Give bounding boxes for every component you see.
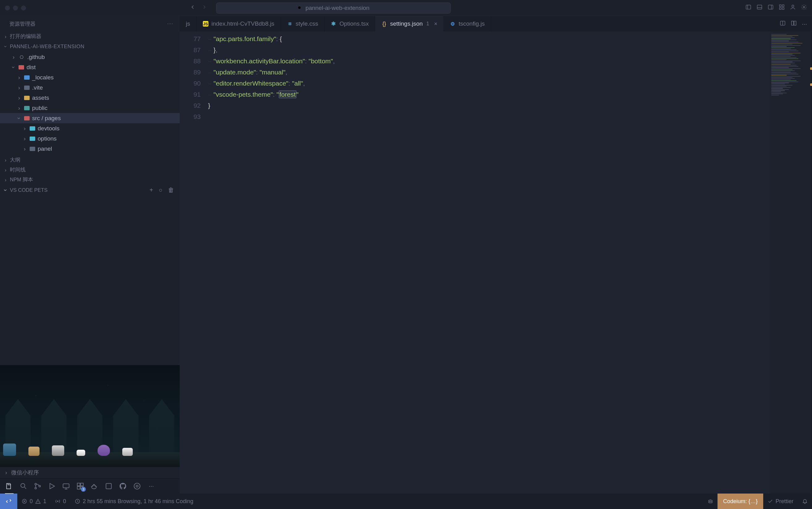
folder-options-icon xyxy=(30,137,35,141)
status-copilot[interactable] xyxy=(703,494,717,509)
tree-item-github[interactable]: ›⎔.github xyxy=(0,52,180,62)
tab-settings-json[interactable]: {}settings.json1× xyxy=(375,16,444,32)
pet-sprite[interactable] xyxy=(122,448,133,456)
gear-icon[interactable] xyxy=(801,4,807,12)
search-icon xyxy=(297,6,302,10)
code-token: "all" xyxy=(292,80,303,87)
pet-sprite[interactable] xyxy=(52,445,64,456)
chevron-down-icon: › xyxy=(3,44,9,49)
chevron-right-icon: › xyxy=(4,470,9,476)
tree-label: assets xyxy=(32,95,49,101)
tree-item-assets[interactable]: ›assets xyxy=(0,93,180,103)
account-icon[interactable] xyxy=(790,4,796,12)
pet-sprite[interactable] xyxy=(98,445,110,456)
sidebar-more-icon[interactable]: ··· xyxy=(167,21,174,27)
tree-item-public[interactable]: ›public xyxy=(0,103,180,113)
activity-docker[interactable] xyxy=(88,480,101,492)
tree-item-devtools[interactable]: ›devtools xyxy=(0,123,180,133)
code-area[interactable]: ·· "apc.parts.font.family":·{ ·· }, ·· "… xyxy=(206,32,769,494)
status-errors: 0 xyxy=(30,498,33,505)
command-center[interactable]: pannel-ai-web-extension xyxy=(216,2,451,13)
svg-point-29 xyxy=(709,501,710,502)
main-area: 资源管理器 ··· ›打开的编辑器 ›PANNEL-AI-WEB-EXTENSI… xyxy=(0,16,812,494)
activity-explorer[interactable] xyxy=(3,480,15,492)
traffic-light-max[interactable] xyxy=(21,6,26,10)
activity-remote[interactable] xyxy=(60,480,72,492)
tree-item-vite[interactable]: ›.vite xyxy=(0,82,180,93)
status-problems[interactable]: 0 1 xyxy=(17,494,50,509)
status-bar: 0 1 0 2 hrs 55 mins Browsing, 1 hr 46 mi… xyxy=(0,494,812,509)
activity-scm[interactable] xyxy=(32,480,44,492)
tree-label: devtools xyxy=(38,125,60,132)
activity-gitlens[interactable] xyxy=(131,480,143,492)
folder-src-icon xyxy=(24,116,30,121)
activity-search[interactable] xyxy=(17,480,30,492)
activity-extensions[interactable]: 3 xyxy=(74,480,86,492)
minimap[interactable] xyxy=(769,32,812,494)
pets-roll-icon[interactable]: ○ xyxy=(159,186,163,194)
line-number: 87 xyxy=(180,44,201,56)
layout-panel-icon[interactable] xyxy=(756,4,763,12)
pet-sprite[interactable] xyxy=(28,447,39,456)
tab-style-css[interactable]: ⌗style.css xyxy=(281,16,325,32)
section-wxmini[interactable]: ›微信小程序 xyxy=(0,467,180,478)
js-file-icon: JS xyxy=(203,21,208,27)
check-icon xyxy=(768,499,773,504)
layout-secondary-icon[interactable] xyxy=(768,4,774,12)
pet-sprite[interactable] xyxy=(3,443,16,456)
ts-file-icon: ⚙ xyxy=(450,21,455,27)
tree-item-dist[interactable]: ›dist xyxy=(0,62,180,72)
section-project[interactable]: ›PANNEL-AI-WEB-EXTENSION xyxy=(0,41,180,51)
svg-rect-28 xyxy=(709,500,712,503)
status-prettier[interactable]: Prettier xyxy=(763,494,798,509)
section-pets[interactable]: › VS CODE PETS + ○ 🗑 xyxy=(0,185,180,195)
section-npm[interactable]: ›NPM 脚本 xyxy=(0,175,180,185)
tab-index-html-js[interactable]: JSindex.html-CvTVBdb8.js xyxy=(197,16,281,32)
layout-customize-icon[interactable] xyxy=(779,4,785,12)
traffic-light-close[interactable] xyxy=(5,6,10,10)
section-timeline[interactable]: ›时间线 xyxy=(0,165,180,175)
remote-button[interactable] xyxy=(0,494,17,509)
tab-js[interactable]: js xyxy=(180,16,197,32)
tab-label: js xyxy=(186,21,190,27)
nav-forward-icon[interactable] xyxy=(201,4,208,12)
tree-item-options[interactable]: ›options xyxy=(0,133,180,144)
tree-label: src / pages xyxy=(32,115,61,122)
activity-todo[interactable] xyxy=(103,480,115,492)
folder-devtools-icon xyxy=(30,126,35,131)
nav-back-icon[interactable] xyxy=(189,4,196,12)
compare-icon[interactable] xyxy=(780,20,786,28)
status-time[interactable]: 2 hrs 55 mins Browsing, 1 hr 46 mins Cod… xyxy=(70,494,198,509)
tree-label: options xyxy=(38,135,57,142)
chevron-right-icon: › xyxy=(17,84,22,91)
section-outline[interactable]: ›大纲 xyxy=(0,155,180,165)
tree-item-srcpages[interactable]: ›src / pages xyxy=(0,113,180,123)
pets-add-icon[interactable]: + xyxy=(149,186,153,194)
activity-run[interactable] xyxy=(46,480,58,492)
pets-trash-icon[interactable]: 🗑 xyxy=(168,186,174,194)
traffic-light-min[interactable] xyxy=(13,6,18,10)
status-ports[interactable]: 0 xyxy=(50,494,70,509)
status-ports-count: 0 xyxy=(63,498,66,505)
close-icon[interactable]: × xyxy=(434,21,437,27)
tree-item-panel[interactable]: ›panel xyxy=(0,144,180,154)
chevron-right-icon: › xyxy=(17,74,22,81)
tab-tsconfig[interactable]: ⚙tsconfig.js xyxy=(444,16,491,32)
line-number: 92 xyxy=(180,100,201,111)
pets-panel[interactable] xyxy=(0,365,180,467)
activity-github[interactable] xyxy=(117,480,129,492)
svg-point-8 xyxy=(792,5,794,7)
tab-more-icon[interactable]: ··· xyxy=(802,21,807,28)
split-icon[interactable] xyxy=(791,20,797,28)
pet-sprite[interactable] xyxy=(77,450,85,456)
status-bell[interactable] xyxy=(798,494,812,509)
activity-more-icon[interactable]: ··· xyxy=(145,480,157,492)
extensions-badge: 3 xyxy=(81,487,86,492)
section-open-editors[interactable]: ›打开的编辑器 xyxy=(0,32,180,41)
tree-item-locales[interactable]: ›_locales xyxy=(0,72,180,82)
status-codeium[interactable]: Codeium: {…} xyxy=(717,494,763,509)
tab-options-tsx[interactable]: ⚛Options.tsx xyxy=(324,16,375,32)
layout-primary-icon[interactable] xyxy=(745,4,751,12)
folder-assets-icon xyxy=(24,96,30,100)
svg-rect-15 xyxy=(77,483,80,486)
